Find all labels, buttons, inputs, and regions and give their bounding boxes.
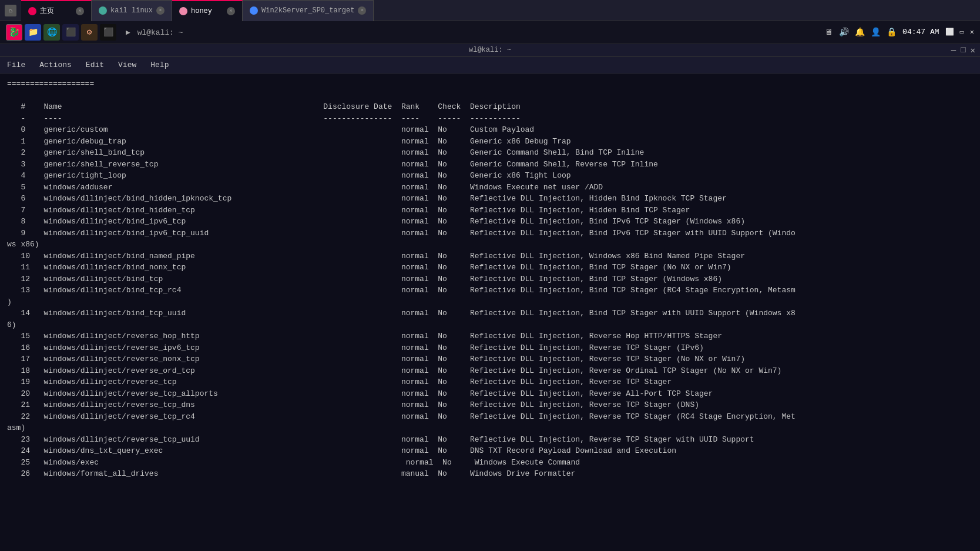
close-button[interactable]: ✕ xyxy=(971,45,975,55)
tab-win2k-close[interactable]: × xyxy=(358,6,366,15)
system-clock: 🖥 🔊 🔔 👤 🔒 04:47 AM ⬜ ▭ ✕ xyxy=(825,27,974,37)
minimize-button[interactable]: — xyxy=(951,45,956,55)
menu-view[interactable]: View xyxy=(116,59,139,71)
taskbar-settings-icon[interactable]: ⚙ xyxy=(81,24,98,41)
volume-icon: 🔊 xyxy=(839,27,849,37)
tab-bar: ⌂ 主页 × kail linux × honey × Win2kServer_… xyxy=(0,0,980,21)
current-window-label: ▶ wl@kali: ~ xyxy=(126,28,183,37)
taskbar-icons: 🐉 📁 🌐 ⬛ ⚙ ⬛ xyxy=(6,24,116,41)
home-tab-icon[interactable]: ⌂ xyxy=(5,5,16,16)
tab-honey-icon xyxy=(179,7,187,15)
tab-bar-icons: ⌂ xyxy=(0,5,21,16)
tab-kail-close[interactable]: × xyxy=(156,6,165,15)
terminal-path-label: wl@kali: ~ xyxy=(137,28,183,37)
tab-honey-label: honey xyxy=(191,7,212,15)
clock-icon: 🖥 xyxy=(825,28,833,37)
tab-honey[interactable]: honey × xyxy=(172,0,243,21)
tab-honey-close[interactable]: × xyxy=(227,7,235,15)
tab-win2k[interactable]: Win2kServer_SP0_target × xyxy=(243,0,374,21)
menu-file[interactable]: File xyxy=(5,59,28,71)
menu-help[interactable]: Help xyxy=(148,59,171,71)
menu-bar: File Actions Edit View Help xyxy=(0,57,980,74)
taskbar-browser-icon[interactable]: 🌐 xyxy=(43,24,60,41)
terminal-output: =================== # Name Disclosure Da… xyxy=(7,78,973,491)
tab-kail-label: kail linux xyxy=(110,6,153,15)
menu-actions[interactable]: Actions xyxy=(37,59,74,71)
terminal-window-title: wl@kali: ~ xyxy=(469,46,511,54)
tab-home-label: 主页 xyxy=(40,6,54,16)
user-icon: 👤 xyxy=(871,27,881,37)
window-controls: — □ ✕ xyxy=(951,45,975,55)
minimize-icon: ▭ xyxy=(960,28,964,36)
tab-home-icon xyxy=(28,7,36,15)
menu-edit[interactable]: Edit xyxy=(83,59,106,71)
system-bar: 🐉 📁 🌐 ⬛ ⚙ ⬛ ▶ wl@kali: ~ 🖥 🔊 🔔 👤 🔒 04:47… xyxy=(0,21,980,44)
taskbar-files-icon[interactable]: 📁 xyxy=(25,24,41,41)
taskbar-kali-icon[interactable]: 🐉 xyxy=(6,24,22,41)
terminal-content[interactable]: =================== # Name Disclosure Da… xyxy=(0,74,980,551)
maximize-button[interactable]: □ xyxy=(961,45,965,55)
clock-time: 04:47 AM xyxy=(902,28,939,36)
taskbar-terminal-icon[interactable]: ⬛ xyxy=(62,24,79,41)
power-icon: ✕ xyxy=(970,28,974,36)
lock-icon: 🔒 xyxy=(887,27,897,37)
screen-icon: ⬜ xyxy=(945,28,954,36)
tab-home[interactable]: 主页 × xyxy=(21,0,92,21)
tab-kail[interactable]: kail linux × xyxy=(92,0,172,21)
terminal-header: wl@kali: ~ — □ ✕ xyxy=(0,44,980,57)
terminal-path-icon: ▶ xyxy=(126,28,130,37)
tab-win2k-label: Win2kServer_SP0_target xyxy=(261,6,354,15)
notification-icon: 🔔 xyxy=(855,27,865,37)
tab-win2k-icon xyxy=(250,6,258,15)
taskbar-dark-icon[interactable]: ⬛ xyxy=(100,24,116,41)
tab-kail-icon xyxy=(99,6,107,15)
tab-home-close[interactable]: × xyxy=(76,7,84,15)
